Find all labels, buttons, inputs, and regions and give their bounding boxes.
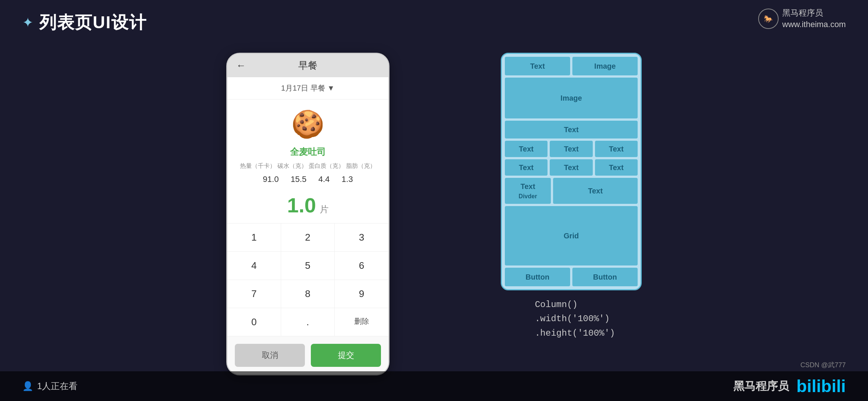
phone-mockup: ← 早餐 1月17日 早餐 ▼ 🍪 全麦吐司 热量（千卡） 碳水（克） 蛋白质（… [226, 53, 389, 375]
viewers-text: 1人正在看 [37, 380, 78, 392]
nutrients-label: 热量（千卡） 碳水（克） 蛋白质（克） 脂肪（克） [227, 161, 388, 172]
quantity-display: 1.0 [287, 193, 316, 217]
wf-text-block-3: Text [553, 178, 638, 204]
viewers-info: 👤 1人正在看 [22, 380, 78, 392]
viewers-icon: 👤 [22, 381, 33, 391]
wf-cell-5: Text [550, 159, 592, 176]
wf-text-label: Text [520, 182, 535, 191]
phone-actions: 取消 提交 [227, 336, 388, 374]
code-line-1: Column() [535, 298, 615, 312]
phone-status-bar: ← 早餐 [227, 54, 388, 77]
numpad-8[interactable]: 8 [281, 280, 335, 308]
brand-text: 黑马程序员 [733, 379, 789, 394]
wf-row-3: Text [505, 121, 638, 138]
quantity-unit: 片 [320, 203, 329, 215]
page-title: 列表页UI设计 [39, 11, 147, 34]
bilibili-logo: bilibili [796, 376, 846, 396]
protein-value: 4.4 [318, 175, 330, 184]
logo-line2: www.itheima.com [782, 19, 846, 30]
wf-button-1[interactable]: Button [505, 268, 570, 286]
wf-cell-4: Text [505, 159, 548, 176]
wf-cell-6: Text [595, 159, 638, 176]
logo-circle: 🐎 [758, 9, 779, 29]
submit-button[interactable]: 提交 [311, 344, 381, 367]
numpad-7[interactable]: 7 [227, 280, 281, 308]
wf-row-5: Text Divder Text [505, 178, 638, 204]
wf-cell-3: Text [595, 141, 638, 157]
logo-line1: 黑马程序员 [782, 7, 846, 19]
wf-button-2[interactable]: Button [572, 268, 638, 286]
numpad-4[interactable]: 4 [227, 252, 281, 280]
code-line-2: .width('100%') [535, 312, 615, 326]
numpad-6[interactable]: 6 [335, 252, 388, 280]
quantity-row: 1.0 片 [227, 187, 388, 223]
nutrients-values: 91.0 15.5 4.4 1.3 [227, 172, 388, 187]
csdn-watermark: CSDN @武777 [800, 361, 846, 369]
header: ✦ 列表页UI设计 [0, 0, 868, 45]
wf-cell-2: Text [550, 141, 592, 157]
phone-screen-title: 早餐 [298, 59, 318, 72]
main-content: ← 早餐 1月17日 早餐 ▼ 🍪 全麦吐司 热量（千卡） 碳水（克） 蛋白质（… [0, 45, 868, 383]
numpad-5[interactable]: 5 [281, 252, 335, 280]
food-image-area: 🍪 [227, 100, 388, 143]
food-emoji: 🍪 [291, 108, 325, 140]
wf-text-block-2: Text [505, 121, 638, 138]
fat-value: 1.3 [342, 175, 353, 184]
logo-text: 黑马程序员 www.itheima.com [782, 7, 846, 30]
wf-divider-label: Divder [519, 193, 537, 200]
bottom-right: 黑马程序员 bilibili [733, 376, 846, 396]
wf-image-block-1: Image [572, 57, 638, 75]
numpad-dot[interactable]: . [281, 308, 335, 336]
carb-value: 15.5 [290, 175, 306, 184]
cancel-button[interactable]: 取消 [235, 344, 305, 367]
numpad-9[interactable]: 9 [335, 280, 388, 308]
code-line-3: .height('100%') [535, 326, 615, 340]
logo-icon: 🐎 [764, 14, 773, 23]
date-row[interactable]: 1月17日 早餐 ▼ [227, 77, 388, 100]
numpad-3[interactable]: 3 [335, 224, 388, 252]
wireframe-phone: Text Image Image Text Text Text Text Tex… [501, 53, 642, 290]
wf-row-4: Text Text Text Text Text Text [505, 141, 638, 176]
wireframe-area: Text Image Image Text Text Text Text Tex… [501, 53, 642, 340]
numpad-0[interactable]: 0 [227, 308, 281, 336]
phone-body: 1月17日 早餐 ▼ 🍪 全麦吐司 热量（千卡） 碳水（克） 蛋白质（克） 脂肪… [227, 77, 388, 374]
wf-cell-1: Text [505, 141, 548, 157]
wf-image-block-2: Image [505, 78, 638, 118]
wf-row-2: Image [505, 78, 638, 118]
wf-text-block-1: Text [505, 57, 570, 75]
calorie-value: 91.0 [263, 175, 279, 184]
numpad-1[interactable]: 1 [227, 224, 281, 252]
wf-row-7: Button Button [505, 268, 638, 286]
bottom-bar: 👤 1人正在看 黑马程序员 bilibili [0, 371, 868, 401]
numpad: 1 2 3 4 5 6 7 8 9 0 . 删除 [227, 223, 388, 336]
numpad-delete[interactable]: 删除 [335, 308, 388, 336]
wf-row-6: Grid [505, 206, 638, 265]
wf-row-1: Text Image [505, 57, 638, 75]
wf-grid-block: Grid [505, 206, 638, 265]
logo-area: 🐎 黑马程序员 www.itheima.com [758, 7, 846, 30]
back-arrow-icon[interactable]: ← [236, 60, 246, 71]
wf-text-divider-block: Text Divder [505, 178, 551, 204]
code-block: Column() .width('100%') .height('100%') [527, 298, 615, 340]
numpad-2[interactable]: 2 [281, 224, 335, 252]
header-icon: ✦ [22, 15, 33, 30]
food-name: 全麦吐司 [227, 143, 388, 161]
